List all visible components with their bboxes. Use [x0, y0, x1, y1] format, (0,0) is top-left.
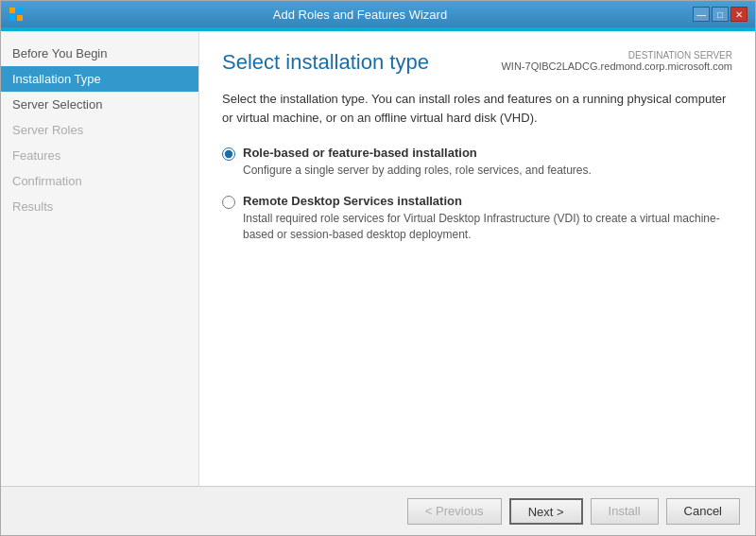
page-title: Select installation type	[222, 50, 429, 75]
page-description: Select the installation type. You can in…	[222, 90, 732, 127]
sidebar-item-results: Results	[1, 194, 198, 219]
option-remote-desktop-title: Remote Desktop Services installation	[243, 194, 462, 208]
wizard-window: Add Roles and Features Wizard — □ ✕ Befo…	[0, 0, 756, 536]
maximize-button[interactable]: □	[712, 7, 729, 22]
sidebar-item-installation-type[interactable]: Installation Type	[1, 66, 198, 92]
install-button[interactable]: Install	[591, 498, 659, 525]
close-button[interactable]: ✕	[730, 7, 747, 22]
minimize-button[interactable]: —	[693, 7, 710, 22]
window-controls: — □ ✕	[693, 7, 747, 22]
header-row: Select installation type DESTINATION SER…	[222, 50, 732, 90]
sidebar-item-features: Features	[1, 143, 198, 168]
destination-server-info: DESTINATION SERVER WIN-7QIBC2LADCG.redmo…	[501, 50, 732, 72]
titlebar: Add Roles and Features Wizard — □ ✕	[1, 1, 755, 27]
sidebar: Before You Begin Installation Type Serve…	[1, 31, 199, 486]
option-role-based-title: Role-based or feature-based installation	[243, 146, 477, 160]
svg-rect-3	[17, 15, 23, 21]
option-remote-desktop-desc: Install required role services for Virtu…	[243, 211, 732, 243]
svg-rect-2	[9, 15, 15, 21]
cancel-button[interactable]: Cancel	[666, 498, 740, 525]
window-logo	[9, 5, 27, 24]
sidebar-item-confirmation: Confirmation	[1, 168, 198, 194]
previous-button[interactable]: < Previous	[407, 498, 502, 525]
radio-role-based[interactable]	[222, 147, 235, 161]
footer: < Previous Next > Install Cancel	[1, 486, 755, 535]
radio-remote-desktop[interactable]	[222, 196, 235, 209]
installation-options: Role-based or feature-based installation…	[222, 146, 732, 242]
svg-rect-1	[17, 8, 23, 13]
content-area: Before You Begin Installation Type Serve…	[1, 31, 755, 486]
option-role-based-desc: Configure a single server by adding role…	[243, 163, 732, 179]
sidebar-item-server-selection[interactable]: Server Selection	[1, 92, 198, 117]
svg-rect-0	[9, 8, 15, 13]
next-button[interactable]: Next >	[509, 498, 583, 525]
destination-server-label: DESTINATION SERVER	[501, 50, 732, 61]
sidebar-item-server-roles: Server Roles	[1, 117, 198, 143]
destination-server-value: WIN-7QIBC2LADCG.redmond.corp.microsoft.c…	[501, 61, 732, 72]
sidebar-item-before-you-begin[interactable]: Before You Begin	[1, 41, 198, 66]
option-remote-desktop: Remote Desktop Services installation Ins…	[222, 194, 732, 243]
option-role-based: Role-based or feature-based installation…	[222, 146, 732, 179]
window-title: Add Roles and Features Wizard	[27, 8, 693, 22]
main-content: Select installation type DESTINATION SER…	[199, 31, 755, 486]
